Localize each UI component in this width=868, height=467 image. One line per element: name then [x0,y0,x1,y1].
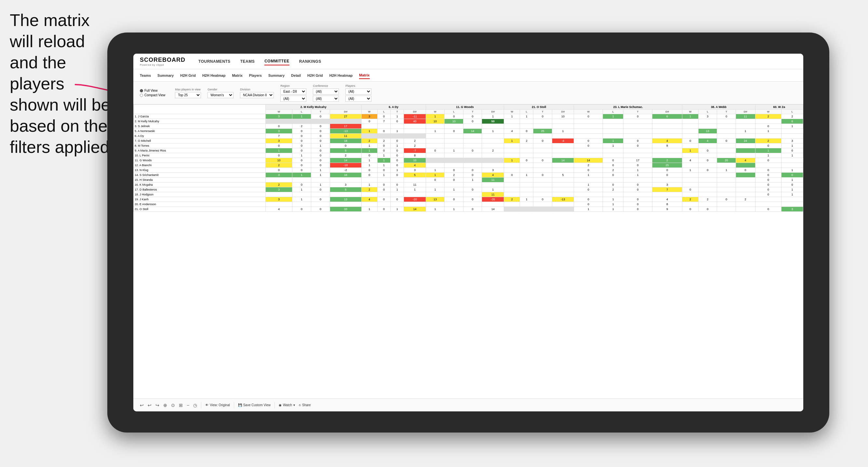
undo-btn[interactable]: ↩ [140,403,144,408]
cell [361,202,377,207]
nav-tournaments[interactable]: TOURNAMENTS [198,58,230,65]
subnav-h2hgrid1[interactable]: H2H Grid [180,72,196,79]
subnav-matrix1[interactable]: Matrix [232,72,242,79]
cell: 1 [444,207,463,212]
gender-select[interactable]: Women's [208,92,234,98]
grid-btn[interactable]: ⊞ [179,403,183,408]
player-name: 8. M Torres [134,144,266,148]
cell [404,129,426,134]
cell [520,134,533,138]
cell: 14 [330,158,361,163]
cell [463,134,482,138]
cell: 1 [504,138,520,144]
cell: 0 [361,173,377,178]
full-view-radio[interactable] [140,89,143,92]
timer-btn[interactable]: ◷ [193,403,197,408]
division-select[interactable]: NCAA Division II [240,92,274,98]
subnav-players[interactable]: Players [249,72,262,79]
compact-view-radio[interactable] [140,94,143,97]
cell [682,124,698,129]
subnav-summary1[interactable]: Summary [157,72,174,79]
cell: 3 [330,182,361,187]
cell: 0 [623,144,652,148]
max-players-select[interactable]: Top 25 [175,92,201,98]
cell: 1 [781,192,803,197]
region-select-1[interactable]: East - DII [280,89,306,95]
logo-title: SCOREBOARD [140,57,185,63]
cell: 0 [781,173,803,178]
subnav-detail[interactable]: Detail [291,72,301,79]
cell: 0 [574,187,603,192]
cell: 0 [574,144,603,148]
subnav-h2hgrid2[interactable]: H2H Grid [307,72,323,79]
redo-btn[interactable]: ↪ [155,403,159,408]
players-select-1[interactable]: (All) [345,89,371,95]
full-view-option[interactable]: Full View [140,89,165,92]
save-custom-btn[interactable]: 💾 Save Custom View [238,403,271,407]
cell [574,124,603,129]
cell: 0 [652,168,682,173]
cell [520,207,533,212]
cell: 2 [266,163,292,168]
col-header-2: 6. A Dy [361,105,426,110]
cell [623,178,652,182]
zoom-btn[interactable]: ⊕ [163,403,167,408]
table-row: 8. M Torres 0 0 1 0 1 0 1 2 [134,144,803,148]
conference-select-1[interactable]: (All) [313,89,339,95]
cell: 1 [552,129,574,134]
subnav-summary2[interactable]: Summary [268,72,285,79]
cell [266,119,292,124]
cell: 13 [698,129,717,134]
cell [533,168,552,173]
col-header-5: 23. L Marie Schumac. [574,105,682,110]
matrix-container[interactable]: 2. M Kelly Mulcahy 6. A Dy 11. G Woods 2… [133,104,803,398]
top-nav: SCOREBOARD Powered by clippd TOURNAMENTS… [133,54,803,69]
cell: 0 [781,182,803,187]
cell: 1 [311,182,330,187]
cell: 0 [698,158,717,163]
cell [330,202,361,207]
cell: 2 [755,138,781,144]
compact-view-option[interactable]: Compact View [140,93,165,97]
cell [552,148,574,153]
cell [652,119,682,124]
cell: 1 [292,197,311,202]
cell: 0 [377,144,391,148]
cell: 1 [404,187,426,192]
subnav-teams[interactable]: Teams [140,72,151,79]
region-select-2[interactable]: (All) [280,96,306,102]
share-btn[interactable]: ⎋ Share [299,403,311,407]
cell [574,178,603,182]
subnav-h2hheatmap1[interactable]: H2H Heatmap [202,72,226,79]
cell: 0 [266,144,292,148]
cell [504,119,520,124]
view-original-btn[interactable]: 👁 View: Original [205,403,230,407]
cell: 0 [311,153,330,158]
cell: 1 [377,158,391,163]
nav-committee[interactable]: COMMITTEE [265,58,289,65]
cell: 1 [682,148,698,153]
cell [736,173,755,178]
subnav-h2hheatmap2[interactable]: H2H Heatmap [330,72,353,79]
settings-btn[interactable]: ⊙ [171,403,175,408]
max-players-filter: Max players in view Top 25 [175,88,201,98]
undo-btn-2[interactable]: ↩ [148,403,152,408]
table-row: 16. K Mcgaha 2 0 1 3 1 0 0 11 [134,182,803,187]
players-select-2[interactable]: (All) [345,96,371,102]
cell [463,153,482,158]
cell: 0 [292,207,311,212]
subh-2-dif: Dif [404,110,426,114]
conference-select-2[interactable]: (All) [313,96,339,102]
cell: 4 [736,158,755,163]
watch-btn[interactable]: ◉ Watch ▾ [279,403,295,407]
cell [391,134,404,138]
cell: 1 [755,153,781,158]
cell [603,153,623,158]
cell: 0 [377,129,391,134]
nav-rankings[interactable]: RANKINGS [299,58,321,65]
nav-teams[interactable]: TEAMS [240,58,255,65]
share-label: Share [302,403,311,407]
subnav-matrix2[interactable]: Matrix [359,72,369,79]
minus-btn[interactable]: − [187,403,189,408]
cell [717,148,736,153]
